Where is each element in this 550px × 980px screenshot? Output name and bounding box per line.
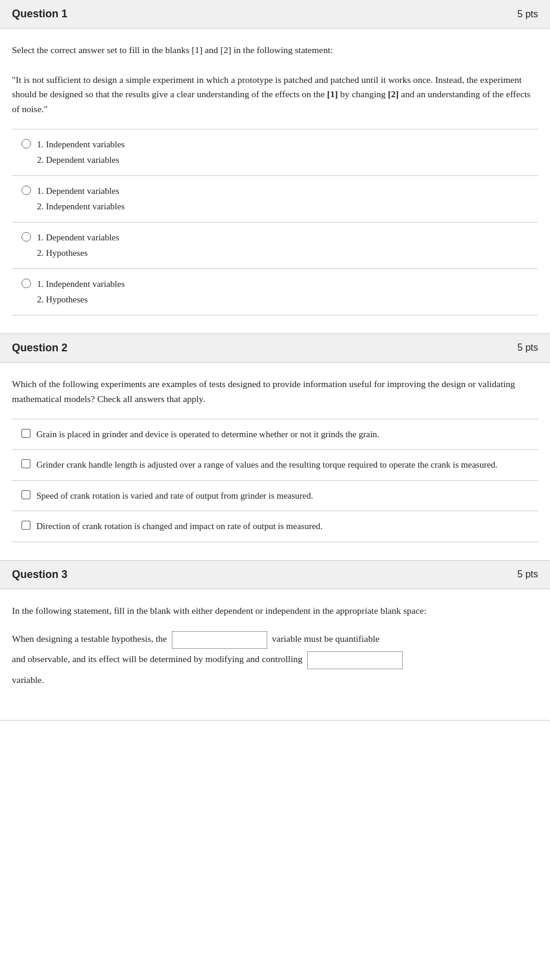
option-a-line1: 1. Independent variables <box>37 138 125 152</box>
checkbox-option-c[interactable]: Speed of crank rotation is varied and ra… <box>12 481 538 512</box>
option-d-row[interactable]: 1. Independent variables <box>21 277 526 291</box>
question-3-sentence2: and observable, and its effect will be d… <box>12 649 538 669</box>
option-c-row[interactable]: 1. Dependent variables <box>21 231 526 245</box>
checkbox-a-text: Grain is placed in grinder and device is… <box>36 428 379 441</box>
question-2-body: Which of the following experiments are e… <box>0 363 550 548</box>
question-1-header: Question 1 5 pts <box>0 0 550 29</box>
question-3-block: Question 3 5 pts In the following statem… <box>0 561 550 721</box>
question-2-options: Grain is placed in grinder and device is… <box>12 419 538 542</box>
question-2-prompt: Which of the following experiments are e… <box>12 377 538 407</box>
question-1-options: 1. Independent variables 2. Dependent va… <box>12 129 538 316</box>
option-c-line1: 1. Dependent variables <box>37 231 119 245</box>
checkbox-option-b[interactable]: Grinder crank handle length is adjusted … <box>12 450 538 481</box>
radio-b[interactable] <box>21 186 31 195</box>
sentence-part2: variable must be quantifiable <box>272 633 379 644</box>
radio-a[interactable] <box>21 139 31 149</box>
checkbox-b-text: Grinder crank handle length is adjusted … <box>36 458 498 472</box>
question-1-instruction: Select the correct answer set to fill in… <box>12 43 538 58</box>
question-1-quote: "It is not sufficient to design a simple… <box>12 73 538 117</box>
option-d[interactable]: 1. Independent variables 2. Hypotheses <box>12 269 538 316</box>
checkbox-b-row[interactable]: Grinder crank handle length is adjusted … <box>21 458 526 472</box>
checkbox-option-d[interactable]: Direction of crank rotation is changed a… <box>12 511 538 542</box>
option-d-line1: 1. Independent variables <box>37 277 125 291</box>
sentence-part3: and observable, and its effect will be d… <box>12 654 302 664</box>
option-b-line1: 1. Dependent variables <box>37 184 119 198</box>
option-c-line2: 2. Hypotheses <box>21 246 526 260</box>
question-1-block: Question 1 5 pts Select the correct answ… <box>0 0 550 334</box>
question-2-pts: 5 pts <box>517 341 538 355</box>
blank-1-input[interactable] <box>172 631 267 649</box>
option-a-line2: 2. Dependent variables <box>21 153 526 167</box>
radio-d[interactable] <box>21 279 31 288</box>
option-b[interactable]: 1. Dependent variables 2. Independent va… <box>12 176 538 222</box>
sentence-part4: variable. <box>12 675 44 685</box>
checkbox-option-a[interactable]: Grain is placed in grinder and device is… <box>12 419 538 450</box>
option-b-line2: 2. Independent variables <box>21 200 526 214</box>
blank2-label: [2] <box>388 89 398 99</box>
question-2-title: Question 2 <box>12 340 67 356</box>
question-3-header: Question 3 5 pts <box>0 561 550 589</box>
question-3-sentence3: variable. <box>12 670 538 690</box>
checkbox-b[interactable] <box>21 459 30 468</box>
option-d-line2: 2. Hypotheses <box>21 293 526 307</box>
question-3-pts: 5 pts <box>517 567 538 582</box>
checkbox-c-text: Speed of crank rotation is varied and ra… <box>36 489 313 503</box>
sentence-part1: When designing a testable hypothesis, th… <box>12 633 167 644</box>
question-2-instruction: Which of the following experiments are e… <box>12 377 538 407</box>
checkbox-c[interactable] <box>21 490 30 499</box>
question-1-body: Select the correct answer set to fill in… <box>0 29 550 321</box>
checkbox-d-text: Direction of crank rotation is changed a… <box>36 520 323 533</box>
blank-2-input[interactable] <box>307 651 403 669</box>
radio-c[interactable] <box>21 232 31 242</box>
blank1-label: [1] <box>327 89 338 99</box>
option-c[interactable]: 1. Dependent variables 2. Hypotheses <box>12 222 538 269</box>
question-2-header: Question 2 5 pts <box>0 334 550 363</box>
checkbox-d[interactable] <box>21 521 30 530</box>
checkbox-c-row[interactable]: Speed of crank rotation is varied and ra… <box>21 489 526 503</box>
option-a[interactable]: 1. Independent variables 2. Dependent va… <box>12 129 538 176</box>
question-3-instruction: In the following statement, fill in the … <box>12 604 538 619</box>
option-a-row[interactable]: 1. Independent variables <box>21 138 526 152</box>
question-3-title: Question 3 <box>12 567 67 583</box>
question-3-prompt: In the following statement, fill in the … <box>12 604 538 690</box>
checkbox-d-row[interactable]: Direction of crank rotation is changed a… <box>21 520 526 533</box>
option-b-row[interactable]: 1. Dependent variables <box>21 184 526 198</box>
checkbox-a[interactable] <box>21 429 30 438</box>
question-1-pts: 5 pts <box>517 7 538 21</box>
question-3-body: In the following statement, fill in the … <box>0 589 550 708</box>
question-2-block: Question 2 5 pts Which of the following … <box>0 334 550 561</box>
checkbox-a-row[interactable]: Grain is placed in grinder and device is… <box>21 428 526 441</box>
question-1-title: Question 1 <box>12 6 67 22</box>
question-1-prompt: Select the correct answer set to fill in… <box>12 43 538 117</box>
question-3-sentence: When designing a testable hypothesis, th… <box>12 629 538 649</box>
